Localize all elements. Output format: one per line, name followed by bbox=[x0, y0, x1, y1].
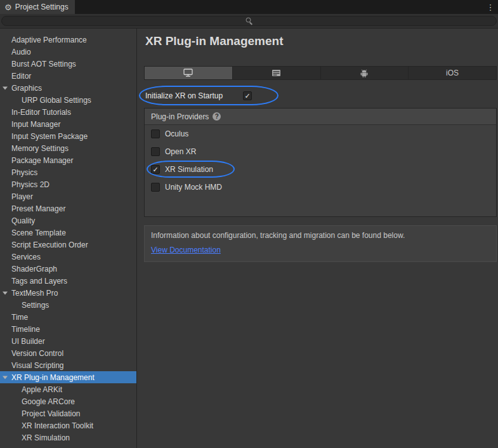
provider-label: Oculus bbox=[165, 129, 188, 138]
sidebar-item-xr-plug-in-management[interactable]: XR Plug-in Management bbox=[0, 371, 136, 383]
foldout-arrow-icon[interactable] bbox=[3, 376, 8, 379]
initialize-xr-label: Initialize XR on Startup bbox=[145, 91, 243, 100]
sidebar-item-version-control[interactable]: Version Control bbox=[0, 347, 136, 359]
plugin-providers-header-label: Plug-in Providers bbox=[151, 112, 209, 121]
search-toolbar bbox=[0, 14, 498, 29]
initialize-xr-row: Initialize XR on Startup ✓ bbox=[145, 88, 497, 104]
project-settings-tab[interactable]: ⚙ Project Settings bbox=[0, 0, 75, 14]
sidebar-item-input-manager[interactable]: Input Manager bbox=[0, 118, 136, 130]
providers-spacer bbox=[145, 196, 496, 216]
provider-checkbox-oculus[interactable] bbox=[151, 129, 160, 138]
sidebar-item-label: Time bbox=[11, 313, 28, 322]
sidebar-item-label: Settings bbox=[22, 301, 49, 310]
sidebar-item-label: Tags and Layers bbox=[11, 277, 67, 286]
sidebar-item-label: Input Manager bbox=[11, 120, 60, 129]
sidebar-item-graphics[interactable]: Graphics bbox=[0, 82, 136, 94]
platform-tab-strip: iOS bbox=[144, 66, 497, 80]
sidebar-item-script-execution-order[interactable]: Script Execution Order bbox=[0, 239, 136, 251]
sidebar-item-project-validation[interactable]: Project Validation bbox=[0, 407, 136, 419]
provider-label: Open XR bbox=[165, 147, 196, 156]
platform-tab-android[interactable] bbox=[321, 67, 409, 79]
foldout-arrow-icon[interactable] bbox=[3, 86, 8, 89]
sidebar-item-label: Physics 2D bbox=[11, 180, 49, 189]
title-bar: ⚙ Project Settings ⋮ bbox=[0, 0, 498, 14]
sidebar-item-adaptive-performance[interactable]: Adaptive Performance bbox=[0, 34, 136, 46]
initialize-xr-checkbox[interactable]: ✓ bbox=[243, 91, 252, 100]
sidebar-item-label: Timeline bbox=[11, 325, 40, 334]
sidebar-item-ui-builder[interactable]: UI Builder bbox=[0, 335, 136, 347]
sidebar-item-physics[interactable]: Physics bbox=[0, 166, 136, 178]
sidebar-item-label: Apple ARKit bbox=[22, 385, 62, 394]
sidebar-item-label: Project Validation bbox=[22, 409, 81, 418]
view-documentation-link[interactable]: View Documentation bbox=[151, 246, 221, 254]
sidebar-item-label: Graphics bbox=[11, 84, 42, 93]
foldout-arrow-icon[interactable] bbox=[3, 291, 8, 294]
sidebar-item-label: Services bbox=[11, 253, 41, 261]
sidebar-item-label: Adaptive Performance bbox=[11, 36, 87, 44]
desktop-monitor-icon bbox=[183, 69, 193, 77]
sidebar-item-label: Memory Settings bbox=[11, 144, 69, 153]
sidebar-item-memory-settings[interactable]: Memory Settings bbox=[0, 142, 136, 154]
sidebar-item-preset-manager[interactable]: Preset Manager bbox=[0, 202, 136, 214]
sidebar-item-settings[interactable]: Settings bbox=[0, 299, 136, 311]
sidebar-item-editor[interactable]: Editor bbox=[0, 70, 136, 82]
sidebar-item-label: Editor bbox=[11, 72, 31, 81]
provider-checkbox-xr-simulation[interactable]: ✓ bbox=[151, 165, 160, 174]
sidebar-item-label: Scene Template bbox=[11, 228, 66, 237]
sidebar-item-audio[interactable]: Audio bbox=[0, 46, 136, 58]
sidebar-item-label: Google ARCore bbox=[22, 397, 75, 406]
content-area: Adaptive PerformanceAudioBurst AOT Setti… bbox=[0, 29, 498, 448]
sidebar-item-xr-simulation[interactable]: XR Simulation bbox=[0, 432, 136, 444]
provider-checkbox-unity-mock-hmd[interactable] bbox=[151, 183, 160, 192]
sidebar-item-timeline[interactable]: Timeline bbox=[0, 323, 136, 335]
sidebar-item-shadergraph[interactable]: ShaderGraph bbox=[0, 263, 136, 275]
main-panel: XR Plug-in Management bbox=[137, 29, 498, 448]
platform-tab-universal[interactable] bbox=[233, 67, 321, 79]
search-input[interactable] bbox=[1, 16, 497, 26]
page-title: XR Plug-in Management bbox=[145, 34, 497, 48]
sidebar-item-label: Quality bbox=[11, 216, 35, 225]
sidebar-item-label: Script Execution Order bbox=[11, 240, 88, 249]
plugin-providers-header: Plug-in Providers ? bbox=[145, 109, 496, 125]
sidebar-item-visual-scripting[interactable]: Visual Scripting bbox=[0, 359, 136, 371]
sidebar-item-input-system-package[interactable]: Input System Package bbox=[0, 130, 136, 142]
sidebar-item-player[interactable]: Player bbox=[0, 190, 136, 202]
sidebar-item-label: Package Manager bbox=[11, 156, 73, 165]
provider-row-unity-mock-hmd: Unity Mock HMD bbox=[145, 178, 496, 196]
provider-row-open-xr: Open XR bbox=[145, 143, 496, 161]
sidebar-item-google-arcore[interactable]: Google ARCore bbox=[0, 395, 136, 407]
sidebar-item-xr-interaction-toolkit[interactable]: XR Interaction Toolkit bbox=[0, 419, 136, 432]
sidebar-item-label: Audio bbox=[11, 48, 31, 56]
provider-label: Unity Mock HMD bbox=[165, 183, 222, 192]
sidebar-item-label: Burst AOT Settings bbox=[11, 60, 76, 69]
server-list-icon bbox=[272, 69, 281, 77]
info-helpbox: Information about configuration, trackin… bbox=[144, 225, 497, 262]
platform-tab-ios[interactable]: iOS bbox=[409, 67, 496, 79]
sidebar-item-label: UI Builder bbox=[11, 337, 45, 346]
sidebar-item-apple-arkit[interactable]: Apple ARKit bbox=[0, 383, 136, 395]
provider-row-oculus: Oculus bbox=[145, 125, 496, 143]
sidebar-item-burst-aot-settings[interactable]: Burst AOT Settings bbox=[0, 58, 136, 70]
sidebar-item-label: Preset Manager bbox=[11, 204, 65, 213]
window-menu-kebab-icon[interactable]: ⋮ bbox=[485, 0, 495, 14]
platform-tab-desktop[interactable] bbox=[145, 67, 233, 79]
sidebar-item-urp-global-settings[interactable]: URP Global Settings bbox=[0, 94, 136, 106]
sidebar-item-label: XR Plug-in Management bbox=[11, 373, 95, 382]
sidebar-item-tags-and-layers[interactable]: Tags and Layers bbox=[0, 275, 136, 287]
sidebar-item-textmesh-pro[interactable]: TextMesh Pro bbox=[0, 287, 136, 299]
sidebar-item-services[interactable]: Services bbox=[0, 251, 136, 263]
platform-tab-ios-label: iOS bbox=[446, 69, 459, 77]
provider-checkbox-open-xr[interactable] bbox=[151, 147, 160, 156]
sidebar-item-label: In-Editor Tutorials bbox=[11, 108, 71, 117]
project-settings-tab-label: Project Settings bbox=[15, 3, 69, 11]
sidebar-item-physics-2d[interactable]: Physics 2D bbox=[0, 178, 136, 190]
sidebar-item-label: Visual Scripting bbox=[11, 361, 64, 370]
help-icon[interactable]: ? bbox=[213, 112, 221, 121]
plugin-providers-box: Plug-in Providers ? OculusOpen XR✓XR Sim… bbox=[144, 108, 497, 217]
sidebar-item-quality[interactable]: Quality bbox=[0, 214, 136, 227]
sidebar-item-time[interactable]: Time bbox=[0, 311, 136, 323]
sidebar-item-in-editor-tutorials[interactable]: In-Editor Tutorials bbox=[0, 106, 136, 118]
sidebar-item-scene-template[interactable]: Scene Template bbox=[0, 227, 136, 239]
sidebar-item-label: URP Global Settings bbox=[22, 96, 91, 105]
sidebar-item-package-manager[interactable]: Package Manager bbox=[0, 154, 136, 166]
